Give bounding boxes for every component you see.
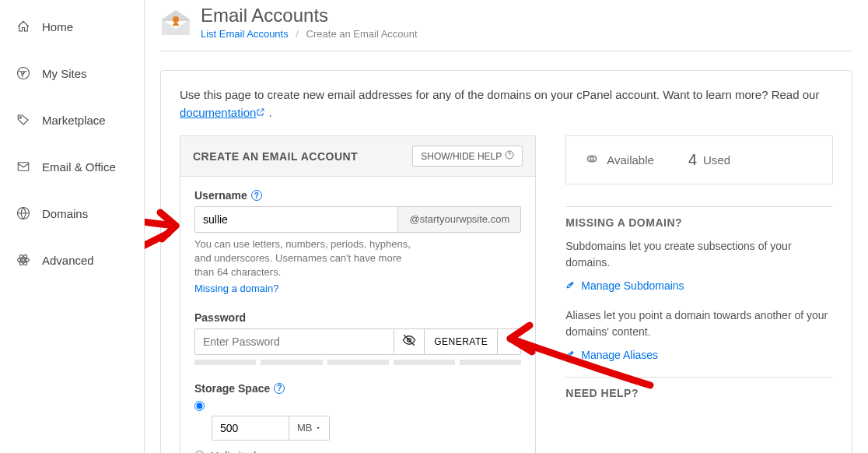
help-circle-icon [505,150,514,162]
username-hint: You can use letters, numbers, periods, h… [194,237,412,280]
storage-unit-dropdown[interactable]: MB [289,416,330,441]
globe-icon [16,205,31,221]
available-label: Available [607,153,654,167]
wrench-icon [565,279,576,292]
need-help-title: NEED HELP? [565,377,833,399]
external-link-icon [256,104,265,114]
used-count: 4 [688,151,697,169]
sidebar-item-label: Home [42,20,73,33]
alias-description: Aliases let you point a domain towards a… [565,307,833,340]
generate-dropdown-button[interactable] [498,328,521,355]
sidebar-item-label: Email & Office [42,160,116,174]
used-label: Used [703,153,730,167]
main-content: Email Accounts List Email Accounts / Cre… [145,0,868,453]
documentation-link[interactable]: documentation [180,106,265,119]
storage-label: Storage Space ? [194,382,521,395]
breadcrumb: List Email Accounts / Create an Email Ac… [201,28,418,40]
password-strength-meter [194,360,521,365]
sidebar-item-label: Marketplace [42,114,106,127]
toggle-password-visibility-button[interactable] [394,328,425,355]
generate-password-button[interactable]: GENERATE [425,328,498,355]
help-circle-icon[interactable]: ? [274,383,285,394]
wordpress-icon [16,65,31,81]
sidebar-item-domains[interactable]: Domains [0,196,144,230]
wrench-icon [565,348,576,361]
breadcrumb-current: Create an Email Account [306,28,418,40]
username-input[interactable] [194,206,398,233]
password-input[interactable] [194,328,394,355]
account-stats: Available 4 Used [565,135,833,184]
atom-icon [16,252,31,268]
manage-aliases-link[interactable]: Manage Aliases [565,348,833,361]
sidebar-item-mysites[interactable]: My Sites [0,56,144,90]
caret-down-icon [506,335,513,347]
home-icon [16,19,31,34]
storage-custom-radio[interactable] [194,401,205,411]
sidebar-item-label: My Sites [42,67,87,80]
help-circle-icon[interactable]: ? [251,190,262,201]
domain-addon[interactable]: @startyourwpsite.com [398,206,521,233]
missing-domain-link[interactable]: Missing a domain? [194,283,278,294]
missing-domain-title: MISSING A DOMAIN? [565,206,833,229]
card-title: CREATE AN EMAIL ACCOUNT [193,150,358,163]
infinity-icon [583,150,600,170]
username-label: Username ? [194,189,521,202]
svg-point-5 [18,258,30,262]
storage-size-input[interactable] [212,416,289,441]
sidebar-item-label: Domains [42,207,88,220]
page-title: Email Accounts [201,5,418,26]
subdomain-description: Subdomains let you create subsections of… [565,238,833,271]
sidebar-item-marketplace[interactable]: Marketplace [0,103,144,137]
svg-point-8 [173,16,179,23]
page-header: Email Accounts List Email Accounts / Cre… [160,5,852,46]
sidebar-item-home[interactable]: Home [0,9,144,44]
breadcrumb-separator: / [296,28,299,40]
sidebar-item-label: Advanced [42,254,94,267]
intro-text: Use this page to create new email addres… [180,86,833,121]
caret-down-icon [315,422,321,434]
mail-icon [16,159,31,174]
sidebar-item-email[interactable]: Email & Office [0,149,144,184]
show-hide-help-button[interactable]: SHOW/HIDE HELP [412,146,523,167]
sidebar-item-advanced[interactable]: Advanced [0,243,144,277]
sidebar: Home My Sites Marketplace Email & Office… [0,0,145,453]
manage-subdomains-link[interactable]: Manage Subdomains [565,279,833,292]
create-email-card: CREATE AN EMAIL ACCOUNT SHOW/HIDE HELP U… [180,135,536,453]
svg-point-4 [23,259,25,262]
unlimited-label: Unlimited [211,450,256,453]
envelope-icon [160,9,191,37]
svg-rect-2 [18,163,29,171]
svg-point-1 [19,117,21,118]
tag-icon [16,112,31,128]
main-panel: Use this page to create new email addres… [160,70,852,453]
password-label: Password [194,311,521,324]
eye-off-icon [402,333,416,349]
breadcrumb-link[interactable]: List Email Accounts [201,28,289,40]
